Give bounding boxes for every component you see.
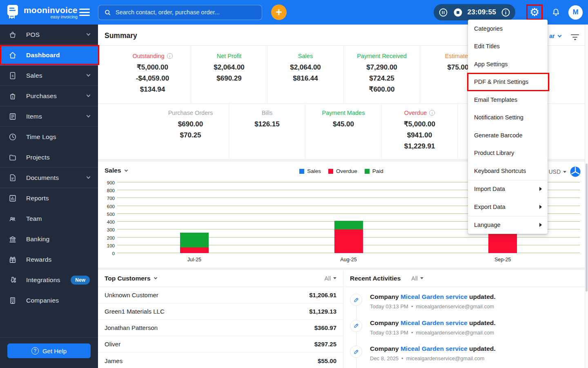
stat-value: ₹600.00 [344,84,420,95]
sidebar-item-team[interactable]: Team [0,209,98,229]
sales-icon: $ [8,71,17,80]
info-icon[interactable]: i [429,110,435,116]
sidebar-item-companies[interactable]: Companies [0,290,98,311]
y-axis-tick: 900 [100,180,115,185]
company-link[interactable]: Miceal Garden service [401,293,468,300]
stat-bills: Bills i $126.15 [229,104,305,159]
stat-label: Payment Mades [322,110,365,116]
bar-paid-aug-25 [334,221,363,229]
menu-item-notification-setting[interactable]: Notification Setting [468,109,548,127]
pencil-icon [350,320,362,332]
settings-gear-button[interactable]: ⚙ [529,6,540,18]
stat-value: ₹5,000.00 [114,62,191,73]
activity-time: Today 03:13 PM [370,330,408,336]
info-icon[interactable]: i [167,53,173,59]
menu-item-pdf-print-settings[interactable]: PDF & Print Settings [468,73,548,91]
bar-overdue-aug-25 [334,229,363,253]
notifications-bell-button[interactable] [551,7,561,18]
stat-value: $941.00 [382,130,457,141]
pause-icon[interactable] [438,7,448,18]
stat-net-profit: Net Profit i $2,064.00$690.29 [191,46,267,103]
stat-value: $1,229.91 [382,141,457,152]
y-axis-tick: 300 [100,227,115,232]
bell-icon [551,7,561,18]
stat-value: $70.25 [152,130,229,141]
filter-icon[interactable] [570,34,579,40]
bar-stack-aug-25 [334,182,363,253]
bar-overdue-jul-25 [180,247,209,253]
pencil-icon [350,294,362,306]
sidebar-item-sales[interactable]: $ Sales [0,65,98,86]
top-customers-filter[interactable]: All [324,275,336,282]
top-customers-title[interactable]: Top Customers [105,275,157,282]
sidebar-item-integrations[interactable]: Integrations New [0,270,98,290]
stat-label: Outstanding [132,53,164,59]
scrollbar-thumb[interactable] [586,164,588,292]
stop-icon[interactable] [453,7,463,18]
search-icon [104,9,111,16]
menu-item-categories[interactable]: Categories [468,20,548,38]
activity-meta: Today 03:13 PM • micealgardenservice@gma… [370,330,578,336]
sidebar-item-documents[interactable]: Documents [0,168,98,188]
menu-item-import-data[interactable]: Import Data [468,180,548,198]
sidebar-item-pos[interactable]: POS [0,25,98,45]
question-icon: ? [31,347,39,355]
activity-title: Company Miceal Garden service updated. [370,319,578,327]
menu-item-generate-barcode[interactable]: Generate Barcode [468,126,548,144]
sidebar-item-rewards[interactable]: Rewards [0,249,98,270]
team-icon [8,214,17,223]
sidebar-item-dashboard[interactable]: Dashboard [0,45,98,65]
companies-icon [8,296,17,305]
vertical-scrollbar[interactable] [585,25,588,368]
menu-item-label: Categories [474,25,503,32]
rewards-icon [8,255,17,264]
sidebar-item-time-logs[interactable]: Time Logs [0,127,98,147]
customer-name: Unknown Customer [105,292,158,298]
pie-chart-icon[interactable] [570,166,581,177]
customer-row[interactable]: Unknown Customer $1,206.91 [98,287,343,303]
info-icon[interactable] [501,7,511,18]
sidebar-item-projects[interactable]: Projects [0,147,98,168]
activity-item: Company Miceal Garden service updated. T… [343,316,585,342]
stat-label: Overdue [404,110,427,116]
stat-label: Purchase Orders [168,110,213,116]
search-input[interactable] [116,9,256,16]
submenu-arrow-icon [539,187,542,191]
recent-activities-filter[interactable]: All [411,275,423,282]
summary-stats-row-2: Purchase Orders i $690.00$70.25 Bills i … [98,104,458,159]
customer-row[interactable]: Oliver $297.25 [98,336,343,352]
period-selector[interactable]: ar [549,33,561,39]
menu-item-product-library[interactable]: Product Library [468,144,548,162]
get-help-button[interactable]: ? Get Help [7,343,91,358]
summary-stats-row-1: Outstanding i ₹5,000.00-$4,059.00$134.94… [98,46,496,103]
activity-item: Company Miceal Garden service updated. D… [343,341,585,368]
submenu-arrow-icon [539,223,542,227]
stat-sales: Sales i $2,064.00$816.44 [267,46,343,103]
app-logo[interactable]: mooninvoice easy invoicing [0,4,77,21]
hamburger-menu-icon[interactable] [79,9,90,16]
y-axis-tick: 100 [100,243,115,248]
company-link[interactable]: Miceal Garden service [401,345,468,352]
customer-row[interactable]: Jonathan Patterson $360.97 [98,320,343,336]
menu-item-email-templates[interactable]: Email Templates [468,91,548,109]
sidebar-item-banking[interactable]: Banking [0,229,98,249]
sidebar-item-reports[interactable]: Reports [0,188,98,209]
add-new-button[interactable]: + [271,4,287,20]
chevron-down-icon [87,73,91,77]
menu-item-export-data[interactable]: Export Data [468,198,548,216]
menu-item-language[interactable]: Language [468,216,548,234]
sidebar-item-purchases[interactable]: $ Purchases [0,86,98,106]
customer-amount: $1,129.13 [309,308,336,315]
menu-item-keyboard-shortcuts[interactable]: Keyboard Shortcuts [468,162,548,180]
user-avatar[interactable]: M [568,5,583,20]
menu-item-edit-titles[interactable]: Edit Titles [468,38,548,56]
currency-selector[interactable]: USD [548,168,566,175]
customer-name: James [105,357,122,364]
customer-row[interactable]: Green1 Materials LLC $1,129.13 [98,303,343,320]
sidebar-item-items[interactable]: Items [0,106,98,127]
company-link[interactable]: Miceal Garden service [401,319,468,326]
time-tracker-widget: 23:09:55 [434,4,515,20]
recent-activities-title: Recent Activities [350,275,401,282]
menu-item-app-settings[interactable]: App Settings [468,55,548,73]
customer-row[interactable]: James $55.00 [98,352,343,368]
